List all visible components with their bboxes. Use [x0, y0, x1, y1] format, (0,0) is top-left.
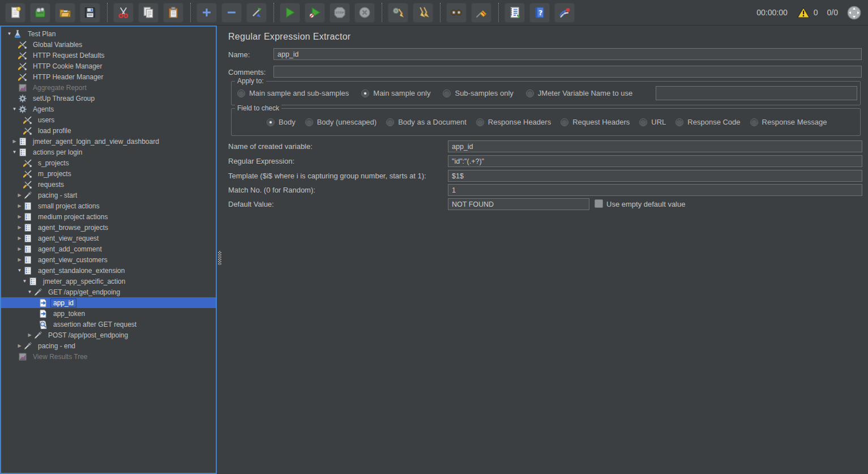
tree-item-test-plan[interactable]: ▼Test Plan: [1, 28, 216, 39]
tree-item-http-header-manager[interactable]: HTTP Header Manager: [1, 71, 216, 82]
tree-open-arrow-icon[interactable]: ▼: [11, 150, 18, 155]
tree-item-app-id[interactable]: app_id: [1, 297, 216, 308]
tree-closed-arrow-icon[interactable]: ▶: [16, 203, 23, 208]
toolbar-about-button[interactable]: [554, 3, 575, 23]
tree-item-agent-browse-projects[interactable]: ▶agent_browse_projects: [1, 222, 216, 233]
tree-open-arrow-icon[interactable]: ▼: [16, 268, 23, 273]
toolbar-function-helper-button[interactable]: [504, 3, 525, 23]
field-to-check-option-body-unescaped[interactable]: Body (unescaped): [305, 118, 377, 126]
toolbar-start-no-timers-button[interactable]: [305, 3, 325, 23]
toolbar-help-button[interactable]: ?: [529, 3, 550, 23]
match-no-input[interactable]: [448, 184, 862, 196]
tree-closed-arrow-icon[interactable]: ▶: [16, 225, 23, 230]
tree-item-agent-view-request[interactable]: ▶agent_view_request: [1, 233, 216, 244]
name-input[interactable]: [273, 48, 862, 60]
tree-closed-arrow-icon[interactable]: ▶: [16, 246, 23, 251]
tree-item-view-results-tree[interactable]: View Results Tree: [1, 351, 216, 362]
radio-unselected-icon[interactable]: [237, 89, 245, 97]
toolbar-save-button[interactable]: [80, 3, 100, 23]
radio-selected-icon[interactable]: [361, 89, 369, 97]
field-to-check-option-body-as-a-document[interactable]: Body as a Document: [386, 118, 467, 126]
tree-item-jmeter-app-specific-action[interactable]: ▼jmeter_app_specific_action: [1, 276, 216, 287]
tree-item-pacing-end[interactable]: ▶pacing - end: [1, 340, 216, 351]
tree-closed-arrow-icon[interactable]: ▶: [16, 236, 23, 241]
tree-open-arrow-icon[interactable]: ▼: [11, 106, 18, 112]
tree-item-agent-standalone-extension[interactable]: ▼agent_standalone_extension: [1, 265, 216, 276]
tree-item-app-token[interactable]: app_token: [1, 308, 216, 319]
field-to-check-option-request-headers[interactable]: Request Headers: [561, 118, 630, 126]
toolbar-clear-button[interactable]: [388, 3, 408, 23]
toolbar-search-button[interactable]: [446, 3, 467, 23]
tree-item-assertion-after-get-request[interactable]: assertion after GET request: [1, 319, 216, 330]
tree-closed-arrow-icon[interactable]: ▶: [11, 139, 18, 144]
tree-open-arrow-icon[interactable]: ▼: [26, 289, 33, 294]
radio-unselected-icon[interactable]: [476, 118, 484, 126]
toolbar-paste-button[interactable]: [163, 3, 183, 23]
field-to-check-option-response-message[interactable]: Response Message: [750, 118, 827, 126]
field-to-check-option-response-code[interactable]: Response Code: [675, 118, 740, 126]
tree-open-arrow-icon[interactable]: ▼: [21, 279, 28, 284]
tree-closed-arrow-icon[interactable]: ▶: [26, 332, 33, 338]
tree-item-jmeter-agent-login-and-view-dashboard[interactable]: ▶jmeter_agent_login_and_view_dashboard: [1, 136, 216, 147]
radio-selected-icon[interactable]: [267, 118, 275, 126]
radio-unselected-icon[interactable]: [305, 118, 313, 126]
toolbar-cut-button[interactable]: [113, 3, 134, 23]
tree-item-setup-thread-group[interactable]: setUp Thread Group: [1, 93, 216, 104]
use-empty-default-checkbox[interactable]: [595, 199, 603, 208]
tree-item-medium-project-actions[interactable]: ▶medium project actions: [1, 211, 216, 222]
radio-unselected-icon[interactable]: [750, 118, 758, 126]
radio-unselected-icon[interactable]: [639, 118, 647, 126]
field-to-check-option-url[interactable]: URL: [639, 118, 666, 126]
apply-to-option-sub-samples-only[interactable]: Sub-samples only: [443, 89, 513, 97]
tree-item-aggregate-report[interactable]: Aggregate Report: [1, 82, 216, 93]
tree-closed-arrow-icon[interactable]: ▶: [16, 343, 23, 348]
radio-unselected-icon[interactable]: [561, 118, 568, 126]
field-to-check-option-body[interactable]: Body: [267, 118, 296, 126]
tree-closed-arrow-icon[interactable]: ▶: [16, 257, 23, 262]
warning-icon[interactable]: [797, 7, 810, 19]
radio-unselected-icon[interactable]: [386, 118, 394, 126]
toolbar-new-button[interactable]: [5, 3, 25, 23]
tree-item-global-variables[interactable]: Global Variables: [1, 39, 216, 50]
tree-item-requests[interactable]: requests: [1, 179, 216, 190]
apply-to-option-main-sample-only[interactable]: Main sample only: [361, 89, 430, 97]
radio-unselected-icon[interactable]: [675, 118, 683, 126]
toolbar-toggle-button[interactable]: [246, 3, 267, 23]
created-variable-input[interactable]: [448, 140, 862, 152]
tree-item-users[interactable]: users: [1, 114, 216, 125]
tree-item-s-projects[interactable]: s_projects: [1, 157, 216, 168]
tree-open-arrow-icon[interactable]: ▼: [6, 31, 13, 36]
comments-input[interactable]: [273, 66, 862, 78]
tree-item-agent-view-customers[interactable]: ▶agent_view_customers: [1, 254, 216, 265]
regular-expression-input[interactable]: [448, 155, 862, 167]
jmeter-variable-name-input[interactable]: [656, 86, 857, 100]
radio-unselected-icon[interactable]: [526, 89, 534, 97]
toolbar-start-button[interactable]: [280, 3, 300, 23]
tree-item-small-project-actions[interactable]: ▶small project actions: [1, 200, 216, 211]
radio-unselected-icon[interactable]: [443, 89, 451, 97]
tree-item-http-cookie-manager[interactable]: HTTP Cookie Manager: [1, 61, 216, 71]
tree-item-http-request-defaults[interactable]: HTTP Request Defaults: [1, 50, 216, 61]
tree-closed-arrow-icon[interactable]: ▶: [16, 214, 23, 219]
toolbar-expand-all-button[interactable]: [196, 3, 217, 23]
apply-to-option-jmeter-variable-name-to-use[interactable]: JMeter Variable Name to use: [526, 89, 632, 97]
tree-item-agent-add-comment[interactable]: ▶agent_add_comment: [1, 244, 216, 254]
default-value-input[interactable]: [448, 198, 589, 210]
tree-item-agents[interactable]: ▼Agents: [1, 104, 216, 114]
tree-item-get-app-get-endpoing[interactable]: ▼GET /app/get_endpoing: [1, 287, 216, 297]
field-to-check-option-response-headers[interactable]: Response Headers: [476, 118, 551, 126]
tree-item-m-projects[interactable]: m_projects: [1, 168, 216, 179]
toolbar-collapse-all-button[interactable]: [221, 3, 242, 23]
tree-closed-arrow-icon[interactable]: ▶: [16, 193, 23, 198]
template-input[interactable]: [448, 170, 862, 182]
tree-item-pacing-start[interactable]: ▶pacing - start: [1, 190, 216, 200]
tree-item-load-profile[interactable]: load profile: [1, 125, 216, 136]
apply-to-option-main-sample-and-sub-samples[interactable]: Main sample and sub-samples: [237, 89, 349, 97]
toolbar-clear-all-button[interactable]: [413, 3, 433, 23]
toolbar-templates-button[interactable]: [30, 3, 50, 23]
toolbar-copy-button[interactable]: [138, 3, 159, 23]
toolbar-open-button[interactable]: [55, 3, 75, 23]
toolbar-search-reset-button[interactable]: [471, 3, 491, 23]
tree-item-actions-per-login[interactable]: ▼actions per login: [1, 147, 216, 157]
tree-item-post-app-post-endpoing[interactable]: ▶POST /app/post_endpoing: [1, 330, 216, 340]
